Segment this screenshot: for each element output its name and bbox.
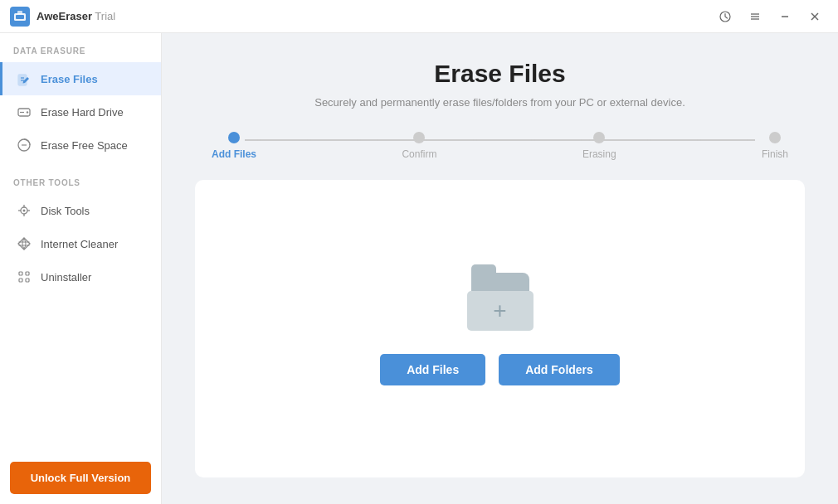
sidebar-item-erase-hard-drive[interactable]: Erase Hard Drive xyxy=(0,95,161,128)
content-area: Erase Files Securely and permanently era… xyxy=(162,33,838,504)
erase-hard-drive-icon xyxy=(16,104,32,120)
sidebar-item-erase-files-label: Erase Files xyxy=(41,73,98,85)
svg-rect-27 xyxy=(26,272,29,275)
step-add-files: Add Files xyxy=(212,132,256,160)
step-erasing: Erasing xyxy=(582,132,616,160)
step-confirm-dot xyxy=(413,132,425,143)
titlebar: AweEraser Trial xyxy=(0,0,838,33)
sidebar-item-internet-cleaner-label: Internet Cleaner xyxy=(41,238,118,250)
disk-tools-icon xyxy=(16,202,32,219)
app-icon xyxy=(10,7,30,27)
sidebar-item-disk-tools[interactable]: Disk Tools xyxy=(0,194,161,227)
folder-icon: + xyxy=(467,273,533,331)
sidebar-item-disk-tools-label: Disk Tools xyxy=(41,205,90,217)
steps-line xyxy=(245,139,755,141)
erase-free-space-icon xyxy=(16,137,32,153)
section-data-erasure-label: DATA ERASURE xyxy=(0,46,161,62)
svg-point-23 xyxy=(23,210,26,212)
step-add-files-dot xyxy=(228,132,240,143)
sidebar-item-erase-free-space[interactable]: Erase Free Space xyxy=(0,128,161,162)
step-finish: Finish xyxy=(762,132,788,160)
step-finish-label: Finish xyxy=(762,148,788,160)
titlebar-controls xyxy=(712,5,828,28)
svg-rect-26 xyxy=(19,272,22,275)
erase-files-icon xyxy=(16,70,32,87)
sidebar-item-erase-hard-drive-label: Erase Hard Drive xyxy=(41,106,124,119)
unlock-full-version-button[interactable]: Unlock Full Version xyxy=(10,462,151,494)
svg-point-14 xyxy=(27,111,28,113)
titlebar-left: AweEraser Trial xyxy=(10,7,115,27)
sidebar-item-erase-files[interactable]: Erase Files xyxy=(0,62,161,95)
action-buttons: Add Files Add Folders xyxy=(380,354,620,385)
section-other-tools-label: OTHER TOOLS xyxy=(0,178,161,194)
svg-rect-2 xyxy=(17,11,22,14)
minimize-button[interactable] xyxy=(772,5,798,28)
svg-rect-29 xyxy=(26,279,29,282)
main-layout: DATA ERASURE Erase Files Erase xyxy=(0,33,838,504)
svg-rect-1 xyxy=(16,15,24,19)
history-button[interactable] xyxy=(712,5,738,28)
add-folders-button[interactable]: Add Folders xyxy=(499,354,620,385)
step-confirm-label: Confirm xyxy=(402,148,436,160)
sidebar-item-uninstaller-label: Uninstaller xyxy=(41,271,91,284)
sidebar-item-erase-free-space-label: Erase Free Space xyxy=(41,139,128,152)
close-button[interactable] xyxy=(801,5,828,28)
folder-front: + xyxy=(467,291,533,331)
steps-progress: Add Files Confirm Erasing Finish xyxy=(195,132,805,160)
step-erasing-dot xyxy=(593,132,605,143)
add-files-button[interactable]: Add Files xyxy=(380,354,485,385)
svg-rect-28 xyxy=(19,279,22,282)
uninstaller-icon xyxy=(16,269,32,285)
sidebar-item-uninstaller[interactable]: Uninstaller xyxy=(0,260,161,293)
step-confirm: Confirm xyxy=(402,132,436,160)
drop-area: + Add Files Add Folders xyxy=(195,180,805,477)
sidebar: DATA ERASURE Erase Files Erase xyxy=(0,33,162,504)
step-erasing-label: Erasing xyxy=(582,148,616,160)
page-title: Erase Files xyxy=(195,60,805,88)
menu-button[interactable] xyxy=(742,5,768,28)
folder-plus-icon: + xyxy=(493,299,506,322)
sidebar-item-internet-cleaner[interactable]: Internet Cleaner xyxy=(0,227,161,260)
step-finish-dot xyxy=(769,132,781,143)
internet-cleaner-icon xyxy=(16,235,32,252)
step-add-files-label: Add Files xyxy=(212,148,256,160)
app-title: AweEraser Trial xyxy=(37,10,115,22)
page-subtitle: Securely and permanently erase files/fol… xyxy=(195,96,805,109)
